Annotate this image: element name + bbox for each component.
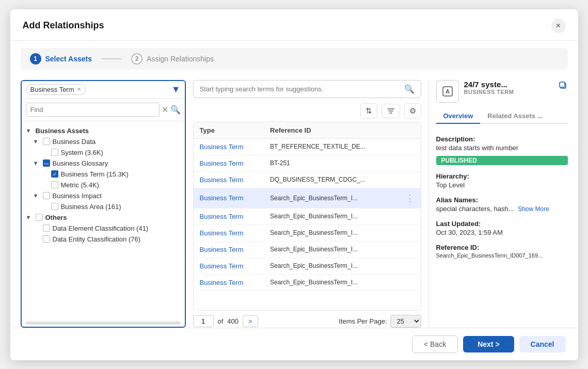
dropdown-arrow-icon[interactable]: ▼ <box>171 84 181 95</box>
asset-info: 24/7 syste... BUSINESS TERM <box>464 80 514 95</box>
find-input[interactable] <box>26 103 160 117</box>
tree-business-impact[interactable]: ▼ Business Impact <box>22 190 185 201</box>
tree-system[interactable]: System (3.6K) <box>22 147 185 158</box>
close-button[interactable]: × <box>551 19 566 33</box>
next-button[interactable]: Next > <box>463 336 514 352</box>
center-panel: 🔍 ⇅ ⚙ Type Reference ID <box>193 80 421 328</box>
checkbox-business-impact[interactable] <box>43 192 50 199</box>
sort-button[interactable]: ⇅ <box>360 103 377 119</box>
left-panel: Business Term × ▼ ✕ 🔍 ▼ Business Assets <box>21 80 186 328</box>
items-per-page-label: Items Per Page: <box>339 317 387 325</box>
step-1[interactable]: 1 Select Assets <box>30 53 92 65</box>
tree-others[interactable]: ▼ Others <box>22 212 185 223</box>
chevron-business-impact: ▼ <box>33 192 40 199</box>
table-row[interactable]: Business Term Search_Epic_BusinessTerm_I… <box>194 241 421 258</box>
table-row[interactable]: Business Term Search_Epic_BusinessTerm_I… <box>194 224 421 241</box>
copy-button[interactable] <box>558 80 568 93</box>
tree-business-area[interactable]: Business Area (161) <box>22 201 185 212</box>
modal-footer: < Back Next > Cancel <box>10 328 578 360</box>
tree-label-data-element-classification: Data Element Classification (41) <box>53 224 149 232</box>
status-badge: PUBLISHED <box>436 156 568 165</box>
cell-type: Business Term <box>194 258 264 274</box>
col-reference-id: Reference ID <box>264 122 399 139</box>
detail-description-value: test data starts with number <box>436 144 568 152</box>
chevron-business-data: ▼ <box>33 138 40 145</box>
checkbox-metric[interactable] <box>51 181 58 188</box>
cell-ref: Search_Epic_BusinessTerm_I... <box>264 188 399 208</box>
overview-tabs: Overview Related Assets ... <box>436 109 568 124</box>
table-toolbar: ⇅ ⚙ <box>193 103 421 119</box>
search-find-icon[interactable]: 🔍 <box>170 105 181 115</box>
step-divider <box>101 58 122 59</box>
checkbox-data-entity-classification[interactable] <box>43 235 50 243</box>
step-2-label: Assign Relationships <box>147 55 214 63</box>
checkbox-business-term[interactable]: ✓ <box>51 170 58 178</box>
search-input[interactable] <box>200 85 400 93</box>
checkbox-business-glossary[interactable]: — <box>43 159 50 167</box>
checkbox-business-data[interactable] <box>43 138 50 145</box>
next-page-button[interactable]: > <box>243 315 258 327</box>
cell-menu <box>399 274 421 291</box>
table-row[interactable]: Business Term DQ_BUSINESS_TERM_CDGC_... <box>194 171 421 188</box>
tab-related-assets[interactable]: Related Assets ... <box>480 109 550 124</box>
table-row[interactable]: Business Term Search_Epic_BusinessTerm_I… <box>194 258 421 274</box>
cell-type: Business Term <box>194 138 264 155</box>
table-row[interactable]: Business Term Search_Epic_BusinessTerm_I… <box>194 188 421 208</box>
cell-menu: ⋮ <box>399 188 421 208</box>
tree-business-assets[interactable]: ▼ Business Assets <box>22 125 185 136</box>
cell-menu <box>399 208 421 224</box>
tree-label-business-area: Business Area (161) <box>61 203 121 211</box>
filter-button[interactable] <box>382 104 400 118</box>
cell-ref: Search_Epic_BusinessTerm_I... <box>264 208 399 224</box>
detail-hierarchy-label: Hierarchy: <box>436 172 568 180</box>
settings-button[interactable]: ⚙ <box>404 103 421 119</box>
asset-type: BUSINESS TERM <box>464 89 514 95</box>
cell-type: Business Term <box>194 155 264 171</box>
show-more-button[interactable]: Show More <box>518 205 549 213</box>
cell-ref: Search_Epic_BusinessTerm_I... <box>264 241 399 258</box>
tree-metric[interactable]: Metric (5.4K) <box>22 180 185 190</box>
step-1-label: Select Assets <box>45 55 92 63</box>
cell-ref: DQ_BUSINESS_TERM_CDGC_... <box>264 171 399 188</box>
tree-label-business-impact: Business Impact <box>53 192 102 200</box>
table-row[interactable]: Business Term BT_REFERENCE_TEXTILE_DE... <box>194 138 421 155</box>
row-menu-icon[interactable]: ⋮ <box>405 193 415 203</box>
asset-tag-close[interactable]: × <box>77 86 81 93</box>
checkbox-business-area[interactable] <box>51 203 58 210</box>
table-row[interactable]: Business Term BT-251 <box>194 155 421 171</box>
checkbox-data-element-classification[interactable] <box>43 224 50 232</box>
asset-name: 24/7 syste... <box>464 80 514 89</box>
tree-label-metric: Metric (5.4K) <box>61 181 99 189</box>
asset-header: A 24/7 syste... BUSINESS TERM <box>436 80 568 103</box>
back-button[interactable]: < Back <box>412 335 458 353</box>
tree-label-data-entity-classification: Data Entity Classification (76) <box>53 235 141 243</box>
cell-type: Business Term <box>194 224 264 241</box>
cancel-button[interactable]: Cancel <box>519 336 566 352</box>
detail-alias-label: Alias Names: <box>436 196 568 204</box>
detail-reference-id-label: Reference ID: <box>436 244 568 251</box>
detail-last-updated-value: Oct 30, 2023, 1:59 AM <box>436 229 568 236</box>
tree-data-entity-classification[interactable]: Data Entity Classification (76) <box>22 234 185 245</box>
page-number-input[interactable] <box>193 315 214 327</box>
cell-menu <box>399 224 421 241</box>
chevron-business-glossary: ▼ <box>33 160 40 166</box>
search-icon: 🔍 <box>404 84 415 94</box>
per-page-select[interactable]: 25 50 100 <box>390 315 421 328</box>
left-panel-top: Business Term × ▼ <box>22 81 185 99</box>
tab-overview[interactable]: Overview <box>436 109 481 124</box>
table-row[interactable]: Business Term Search_Epic_BusinessTerm_I… <box>194 274 421 291</box>
find-row: ✕ 🔍 <box>22 99 185 121</box>
tree-label-business-assets: Business Assets <box>36 127 89 135</box>
clear-find-icon[interactable]: ✕ <box>162 105 168 115</box>
tree-business-data[interactable]: ▼ Business Data <box>22 136 185 147</box>
checkbox-system[interactable] <box>51 149 58 156</box>
results-table: Type Reference ID Business Term BT_REFER… <box>193 122 421 311</box>
step-2[interactable]: 2 Assign Relationships <box>131 53 214 65</box>
pagination: of 400 > Items Per Page: 25 50 100 <box>193 315 421 328</box>
col-actions <box>399 122 421 139</box>
tree-business-term[interactable]: ✓ Business Term (15.3K) <box>22 169 185 180</box>
tree-data-element-classification[interactable]: Data Element Classification (41) <box>22 223 185 234</box>
table-row[interactable]: Business Term Search_Epic_BusinessTerm_I… <box>194 208 421 224</box>
checkbox-others[interactable] <box>36 214 43 221</box>
tree-business-glossary[interactable]: ▼ — Business Glossary <box>22 158 185 169</box>
